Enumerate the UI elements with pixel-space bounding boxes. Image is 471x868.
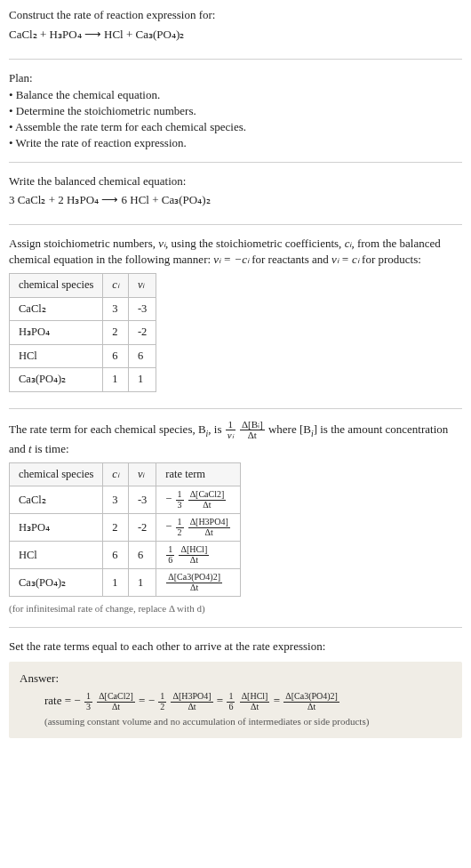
table-row: H₃PO₄ 2 -2 − 1 2 Δ[H3PO4] Δt xyxy=(10,514,241,542)
frac-den: Δt xyxy=(179,556,209,566)
cell-vi: -3 xyxy=(128,486,156,514)
cell-vi: 1 xyxy=(128,368,156,392)
text: is time: xyxy=(32,442,69,455)
plan-title: Plan: xyxy=(9,70,462,86)
frac-num: 1 xyxy=(227,692,235,703)
cell-species: Ca₃(PO₄)₂ xyxy=(10,569,103,597)
text: Assign stoichiometric numbers, xyxy=(9,237,158,250)
plan-item: • Balance the chemical equation. xyxy=(9,87,462,103)
eq: = xyxy=(274,694,283,707)
coef-frac: 1 2 xyxy=(176,518,184,537)
nu-eq-neg-c: νᵢ = −cᵢ xyxy=(213,253,249,266)
cell-species: HCl xyxy=(10,344,103,368)
delta-frac: Δ[H3PO4] Δt xyxy=(188,518,230,537)
frac-den: Δt xyxy=(283,703,339,712)
stoich-section: Assign stoichiometric numbers, νᵢ, using… xyxy=(9,236,462,409)
plan-section: Plan: • Balance the chemical equation. •… xyxy=(9,70,462,163)
frac-den: Δt xyxy=(188,528,230,538)
delta-frac: Δ[CaCl2] Δt xyxy=(97,692,135,711)
cell-ci: 1 xyxy=(103,368,129,392)
answer-label: Answer: xyxy=(20,671,451,687)
col-vi: νᵢ xyxy=(128,274,156,298)
frac-num: Δ[HCl] xyxy=(240,692,270,703)
col-ci: cᵢ xyxy=(103,462,129,486)
frac-num: 1 xyxy=(84,692,92,703)
delta-frac: Δ[Ca3(PO4)2] Δt xyxy=(166,573,222,592)
frac-den: Δt xyxy=(171,703,212,712)
sign: − xyxy=(165,493,172,505)
delta-frac: Δ[Ca3(PO4)2] Δt xyxy=(283,692,339,711)
cell-ci: 3 xyxy=(103,297,129,321)
rate-lead: rate = − xyxy=(44,694,81,707)
cell-species: H₃PO₄ xyxy=(10,321,103,345)
cell-vi: 6 xyxy=(128,542,156,569)
cell-ci: 2 xyxy=(103,321,129,345)
table-row: Ca₃(PO₄)₂ 1 1 Δ[Ca3(PO4)2] Δt xyxy=(10,569,241,597)
coef-frac: 1 3 xyxy=(84,692,92,711)
frac-den: 3 xyxy=(176,501,184,510)
table-header-row: chemical species cᵢ νᵢ rate term xyxy=(10,462,241,486)
cell-species: CaCl₂ xyxy=(10,486,103,514)
delta-frac: Δ[HCl] Δt xyxy=(240,692,270,711)
plan-item: • Write the rate of reaction expression. xyxy=(9,135,462,151)
text: where [B xyxy=(268,422,311,436)
final-title: Set the rate terms equal to each other t… xyxy=(9,639,462,655)
eq: = − xyxy=(139,694,155,707)
plan-item: • Determine the stoichiometric numbers. xyxy=(9,103,462,119)
col-species: chemical species xyxy=(10,274,103,298)
col-vi: νᵢ xyxy=(128,462,156,486)
table-row: CaCl₂ 3 -3 xyxy=(10,297,156,321)
cell-vi: 1 xyxy=(128,569,156,597)
nu-i: νᵢ xyxy=(158,237,165,250)
cell-species: Ca₃(PO₄)₂ xyxy=(10,368,103,392)
frac-den: 3 xyxy=(84,703,92,712)
cell-vi: -2 xyxy=(128,321,156,345)
frac-den: 6 xyxy=(227,703,235,712)
delta-frac: Δ[CaCl2] Δt xyxy=(188,490,227,510)
rateterm-section: The rate term for each chemical species,… xyxy=(9,420,462,628)
frac-den: Δt xyxy=(97,703,135,712)
frac-den: Δt xyxy=(188,501,227,510)
col-ci: cᵢ xyxy=(103,274,129,298)
cell-rate: Δ[Ca3(PO4)2] Δt xyxy=(156,569,240,597)
balanced-section: Write the balanced chemical equation: 3 … xyxy=(9,173,462,224)
coef-frac: 1 3 xyxy=(176,490,184,510)
delta-frac: Δ[HCl] Δt xyxy=(179,545,209,565)
frac-num: Δ[CaCl2] xyxy=(97,692,135,703)
frac-den: Δt xyxy=(240,430,265,441)
cell-vi: -3 xyxy=(128,297,156,321)
cell-ci: 6 xyxy=(103,542,129,569)
cell-vi: 6 xyxy=(128,344,156,368)
table-row: Ca₃(PO₄)₂ 1 1 xyxy=(10,368,156,392)
cell-species: H₃PO₄ xyxy=(10,514,103,542)
cell-vi: -2 xyxy=(128,514,156,542)
stoich-table: chemical species cᵢ νᵢ CaCl₂ 3 -3 H₃PO₄ … xyxy=(9,273,156,392)
text: , using the stoichiometric coefficients, xyxy=(165,237,345,250)
frac-num: 1 xyxy=(158,692,166,703)
frac-num: Δ[Ca3(PO4)2] xyxy=(283,692,339,703)
cell-species: CaCl₂ xyxy=(10,297,103,321)
plan-item: • Assemble the rate term for each chemic… xyxy=(9,119,462,135)
frac-num: Δ[H3PO4] xyxy=(171,692,212,703)
answer-box: Answer: rate = − 1 3 Δ[CaCl2] Δt = − 1 2… xyxy=(9,662,462,738)
delta-frac: Δ[H3PO4] Δt xyxy=(171,692,212,711)
coef-frac: 1 6 xyxy=(227,692,235,711)
construct-prompt: Construct the rate of reaction expressio… xyxy=(9,7,462,23)
one-over-nu: 1 νᵢ xyxy=(226,420,236,441)
rateterm-note: (for infinitesimal rate of change, repla… xyxy=(9,602,462,615)
cell-ci: 3 xyxy=(103,486,129,514)
cell-rate: − 1 3 Δ[CaCl2] Δt xyxy=(156,486,240,514)
rateterm-table: chemical species cᵢ νᵢ rate term CaCl₂ 3… xyxy=(9,462,241,598)
cell-ci: 6 xyxy=(103,344,129,368)
frac-den: Δt xyxy=(240,703,270,712)
cell-rate: 1 6 Δ[HCl] Δt xyxy=(156,542,240,569)
table-row: H₃PO₄ 2 -2 xyxy=(10,321,156,345)
nu-eq-c: νᵢ = cᵢ xyxy=(331,253,359,266)
coef-frac: 1 6 xyxy=(166,545,174,565)
answer-note: (assuming constant volume and no accumul… xyxy=(44,715,451,728)
eq: = xyxy=(217,694,227,707)
balanced-title: Write the balanced chemical equation: xyxy=(9,173,462,189)
rateterm-intro: The rate term for each chemical species,… xyxy=(9,420,462,457)
cell-ci: 2 xyxy=(103,514,129,542)
col-rate: rate term xyxy=(156,462,240,486)
